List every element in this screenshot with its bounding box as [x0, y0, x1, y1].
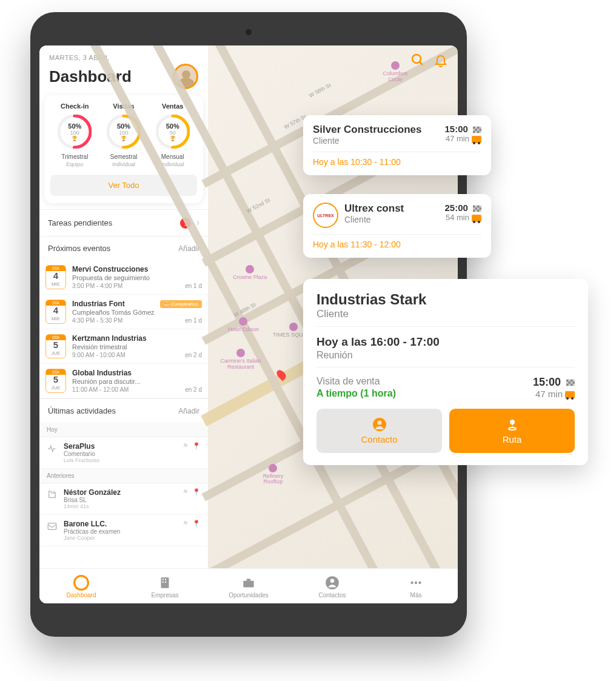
activity-type-icon [47, 443, 58, 454]
route-icon [505, 417, 520, 432]
map-card-ultrex[interactable]: ULTREX Ultrex const Cliente 25:00 54 min… [303, 194, 491, 258]
car-icon [472, 215, 481, 222]
flag-icon [566, 379, 575, 386]
pin-icon: 📍 [192, 520, 201, 528]
tablet-camera [246, 29, 252, 35]
svg-rect-27 [475, 129, 478, 131]
map-card-stark[interactable]: Industrias Stark Cliente Hoy a las 16:00… [303, 279, 588, 465]
tab-icon [241, 575, 256, 591]
svg-rect-13 [162, 579, 164, 580]
pending-title: Tareas pendientes [48, 218, 112, 227]
event-item[interactable]: DÍA 4 MIE Mervi Construcciones Propuesta… [39, 260, 208, 295]
tab-icon [157, 575, 173, 591]
svg-point-11 [82, 580, 84, 582]
activities-section-header: Últimas actividades Añadir [39, 398, 208, 423]
pin-icon: 📍 [192, 488, 201, 496]
svg-rect-35 [480, 207, 482, 210]
card-slot: Hoy a las 10:30 - 11:00 [313, 157, 481, 167]
svg-rect-39 [566, 380, 569, 382]
svg-rect-43 [566, 384, 569, 386]
activity-type-icon [47, 489, 58, 500]
flag-icon: ⚑ [182, 488, 189, 496]
card-dur: 47 min [446, 134, 469, 143]
svg-point-22 [415, 582, 417, 584]
card-title: Silver Construcciones [313, 124, 422, 136]
date-chip: DÍA 4 MIE [45, 300, 66, 324]
tab-contactos[interactable]: Contactos [290, 569, 374, 603]
svg-rect-15 [162, 582, 164, 583]
card-sub: Cliente [313, 136, 422, 146]
events-section-header: Próximos eventos Añadir [39, 236, 208, 260]
tab-bar: Dashboard Empresas Oportunidades Contact… [39, 568, 458, 603]
card-title: Ultrex const [344, 203, 404, 215]
svg-rect-25 [473, 127, 475, 129]
card-time: 15:00 [444, 124, 467, 134]
birthday-tag: 🎂 Cumpleaños [160, 300, 202, 308]
svg-point-0 [412, 55, 421, 63]
activity-item[interactable]: Néstor González Brisa SL 14min 41s ⚑📍 [39, 483, 208, 515]
svg-line-1 [420, 62, 423, 65]
chevron-right-icon: › [196, 217, 199, 227]
svg-rect-26 [477, 127, 480, 129]
tab-oportunidades[interactable]: Oportunidades [207, 569, 290, 603]
card-slot: Hoy a las 16:00 - 17:00 [316, 335, 575, 349]
card-sub: Cliente [316, 308, 575, 320]
card-title: Industrias Stark [316, 291, 575, 308]
ultrex-logo: ULTREX [313, 203, 338, 228]
svg-point-47 [511, 420, 514, 424]
event-item[interactable]: DÍA 5 JUE Kertzmann Industrias Revisión … [39, 329, 208, 364]
card-time: 15:00 [533, 376, 561, 388]
kpi-item[interactable]: Check-in 50%100🏆 Trimestral Equipo [50, 102, 99, 167]
activities-add-button[interactable]: Añadir [178, 407, 199, 415]
svg-rect-33 [477, 206, 480, 208]
event-item[interactable]: DÍA 4 MIE Industrias Font🎂 Cumpleaños Cu… [39, 295, 208, 329]
tab-empresas[interactable]: Empresas [123, 569, 207, 603]
svg-rect-44 [571, 384, 573, 386]
svg-rect-34 [475, 207, 478, 210]
svg-rect-30 [477, 131, 480, 133]
svg-rect-8 [48, 523, 56, 530]
car-icon [472, 136, 481, 143]
date-chip: DÍA 5 JUE [45, 369, 66, 393]
tab-icon [73, 575, 89, 591]
activity-item[interactable]: SeraPlus Comentario Luis Fructuoso ⚑📍 [39, 437, 208, 469]
contact-icon [372, 417, 387, 432]
svg-point-21 [410, 582, 413, 584]
search-icon[interactable] [410, 53, 425, 67]
card-dur: 47 min [535, 389, 563, 399]
card-time: 25:00 [444, 203, 467, 213]
svg-rect-16 [165, 582, 166, 583]
card-slot: Hoy a las 11:30 - 12:00 [313, 240, 481, 249]
svg-rect-18 [247, 579, 251, 581]
events-title: Próximos eventos [48, 244, 110, 253]
car-icon [565, 391, 575, 398]
svg-rect-28 [480, 129, 482, 131]
left-panel: MARTES, 3 ABRIL Dashboard Check-in 50%10… [39, 45, 208, 568]
svg-rect-40 [571, 380, 573, 382]
card-dur: 54 min [446, 213, 469, 222]
svg-rect-14 [165, 579, 166, 580]
tab-dashboard[interactable]: Dashboard [39, 569, 123, 603]
bell-icon[interactable] [434, 53, 448, 67]
activity-type-icon [47, 521, 58, 532]
svg-rect-36 [473, 210, 475, 212]
flag-icon [473, 205, 481, 212]
svg-rect-17 [243, 581, 253, 588]
svg-point-20 [330, 579, 335, 583]
event-item[interactable]: DÍA 5 JUE Global Industrias Reunión para… [39, 364, 208, 398]
map-card-silver[interactable]: Silver Construcciones Cliente 15:00 47 m… [303, 115, 491, 175]
contact-button[interactable]: Contacto [316, 409, 442, 453]
svg-point-46 [377, 421, 381, 425]
kpi-card: Check-in 50%100🏆 Trimestral Equipo Visit… [44, 95, 203, 203]
activity-item[interactable]: Barone LLC. Prácticas de examen Jane Coo… [39, 515, 208, 546]
svg-rect-42 [573, 382, 575, 384]
flag-icon: ⚑ [182, 520, 189, 528]
card-type: Reunión [316, 350, 575, 361]
route-button[interactable]: Ruta [449, 409, 575, 453]
pin-icon: 📍 [192, 442, 201, 450]
svg-rect-41 [569, 382, 571, 384]
tab-más[interactable]: Más [374, 569, 458, 603]
tab-icon [408, 575, 424, 591]
svg-rect-37 [477, 210, 480, 212]
activities-prev-label: Anteriores [39, 469, 208, 483]
